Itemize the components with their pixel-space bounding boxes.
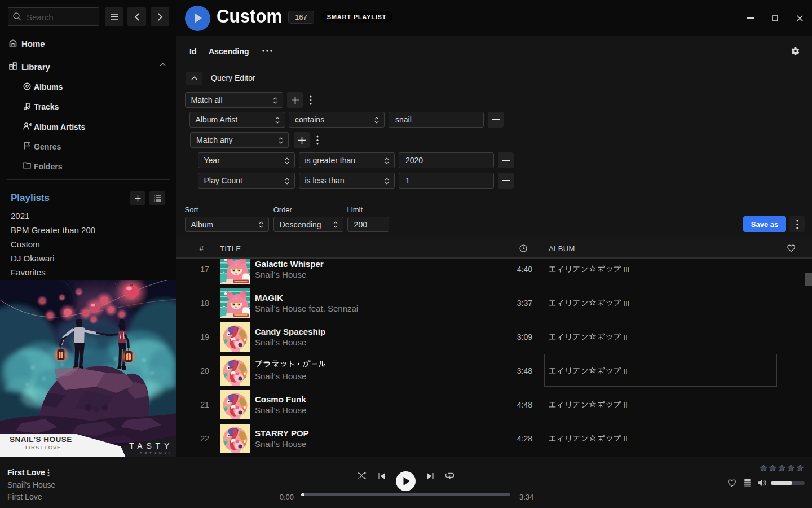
svg-text:II: II xyxy=(624,401,628,409)
svg-text:II: II xyxy=(624,435,628,443)
svg-text:II: II xyxy=(624,334,628,341)
svg-text:FIRST LOVE: FIRST LOVE xyxy=(25,444,61,450)
svg-text:TASTY: TASTY xyxy=(129,441,173,450)
svg-text:III: III xyxy=(624,300,629,308)
svg-text:SNAIL’S HOUSE: SNAIL’S HOUSE xyxy=(10,435,72,444)
svg-text:BETAMXI: BETAMXI xyxy=(140,452,173,455)
svg-text:III: III xyxy=(624,266,629,274)
svg-text:II: II xyxy=(624,367,628,375)
